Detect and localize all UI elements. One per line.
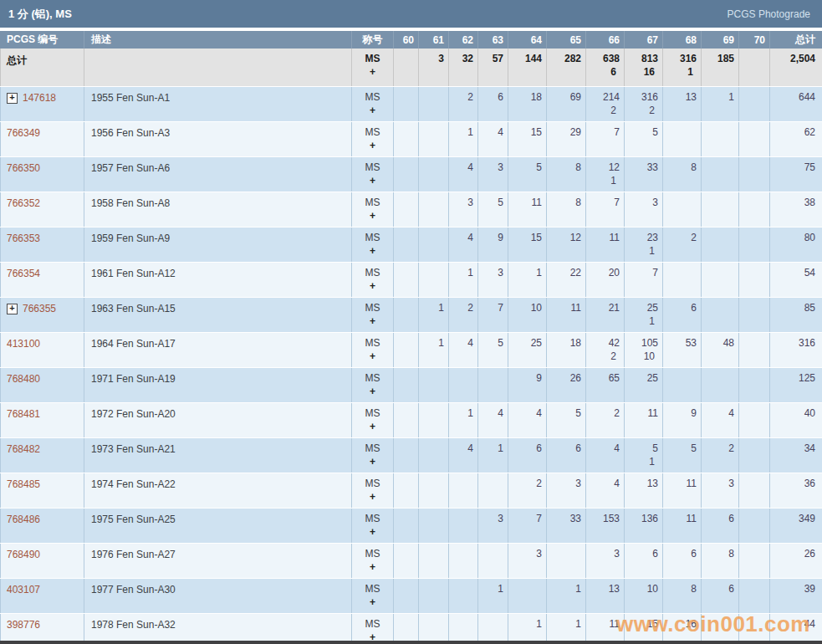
grade-count[interactable]: 10 [625, 583, 658, 595]
grade-count[interactable]: 25 [625, 372, 658, 384]
grade-count[interactable]: 4 [478, 407, 503, 419]
grade-count[interactable]: 1 [702, 91, 734, 103]
expand-icon[interactable]: + [7, 93, 18, 104]
grade-count[interactable]: 136 [625, 513, 658, 524]
grade-count[interactable]: 3 [702, 478, 734, 489]
grade-count[interactable]: 1 [508, 618, 542, 630]
grade-count[interactable]: 7 [625, 267, 658, 279]
grade-count[interactable]: 2 [702, 442, 734, 454]
pcgs-number-link[interactable]: 768480 [7, 373, 40, 385]
grade-count[interactable]: 3 [478, 513, 503, 524]
grade-count[interactable]: 2 [449, 91, 473, 103]
pcgs-number-link[interactable]: 766355 [23, 303, 56, 314]
grade-count[interactable]: 5 [478, 337, 503, 349]
grade-count[interactable]: 7 [586, 126, 620, 138]
grade-count[interactable]: 4 [449, 161, 473, 173]
grade-count[interactable]: 12 [586, 161, 620, 173]
grade-count[interactable]: 6 [547, 442, 581, 454]
grade-count[interactable]: 4 [449, 442, 473, 454]
plus-grade-count[interactable]: 1 [625, 456, 658, 468]
grade-count[interactable]: 8 [663, 583, 697, 595]
grade-count[interactable]: 2 [508, 478, 542, 489]
grade-count[interactable]: 3 [449, 197, 473, 208]
grade-count[interactable]: 8 [547, 197, 581, 208]
grade-count[interactable]: 69 [547, 91, 581, 103]
grade-count[interactable]: 4 [702, 407, 734, 419]
grade-count[interactable]: 15 [508, 232, 542, 243]
plus-grade-count[interactable]: 10 [625, 350, 658, 362]
grade-count[interactable]: 4 [478, 126, 503, 138]
grade-count[interactable]: 11 [586, 618, 620, 630]
grade-count[interactable]: 11 [663, 478, 697, 489]
plus-grade-count[interactable]: 1 [625, 245, 658, 257]
grade-count[interactable]: 7 [586, 197, 620, 208]
pcgs-number-link[interactable]: 766350 [7, 162, 40, 174]
pcgs-number-link[interactable]: 766353 [7, 233, 40, 244]
plus-grade-count[interactable]: 2 [625, 105, 658, 116]
pcgs-number-link[interactable]: 768490 [7, 549, 40, 560]
grade-count[interactable]: 4 [449, 337, 473, 349]
grade-count[interactable]: 3 [508, 548, 542, 560]
grade-count[interactable]: 16 [663, 618, 697, 630]
grade-count[interactable]: 1 [449, 407, 473, 419]
grade-count[interactable]: 26 [547, 372, 581, 384]
grade-count[interactable]: 6 [663, 302, 697, 314]
pcgs-number-link[interactable]: 766349 [7, 127, 40, 139]
grade-count[interactable]: 29 [547, 126, 581, 138]
grade-count[interactable]: 11 [625, 407, 658, 419]
pcgs-number-link[interactable]: 766352 [7, 197, 40, 209]
grade-count[interactable]: 1 [449, 267, 473, 279]
grade-count[interactable]: 1 [419, 302, 444, 314]
grade-count[interactable]: 3 [478, 161, 503, 173]
grade-count[interactable]: 4 [508, 407, 542, 419]
grade-count[interactable]: 23 [625, 232, 658, 243]
grade-count[interactable]: 5 [478, 197, 503, 208]
grade-count[interactable]: 5 [625, 126, 658, 138]
grade-count[interactable]: 5 [547, 407, 581, 419]
grade-count[interactable]: 9 [663, 407, 697, 419]
pcgs-number-link[interactable]: 768486 [7, 514, 40, 525]
grade-count[interactable]: 316 [625, 91, 658, 103]
pcgs-number-link[interactable]: 768485 [7, 478, 40, 490]
grade-count[interactable]: 4 [449, 232, 473, 243]
grade-count[interactable]: 214 [586, 91, 620, 103]
grade-count[interactable]: 9 [508, 372, 542, 384]
grade-count[interactable]: 4 [586, 442, 620, 454]
grade-count[interactable]: 10 [508, 302, 542, 314]
grade-count[interactable]: 3 [478, 267, 503, 279]
grade-count[interactable]: 8 [547, 161, 581, 173]
grade-count[interactable]: 48 [702, 337, 734, 349]
grade-count[interactable]: 11 [663, 513, 697, 524]
grade-count[interactable]: 20 [586, 267, 620, 279]
grade-count[interactable]: 11 [586, 232, 620, 243]
grade-count[interactable]: 2 [663, 232, 697, 243]
pcgs-number-link[interactable]: 766354 [7, 268, 40, 279]
plus-grade-count[interactable]: 2 [586, 105, 620, 116]
grade-count[interactable]: 1 [547, 618, 581, 630]
grade-count[interactable]: 13 [586, 583, 620, 595]
pcgs-number-link[interactable]: 413100 [7, 338, 40, 350]
grade-count[interactable]: 6 [702, 583, 734, 595]
grade-count[interactable]: 105 [625, 337, 658, 349]
grade-count[interactable]: 1 [478, 442, 503, 454]
grade-count[interactable]: 15 [625, 618, 658, 630]
grade-count[interactable]: 8 [702, 548, 734, 560]
expand-icon[interactable]: + [7, 304, 18, 314]
grade-count[interactable]: 9 [478, 232, 503, 243]
grade-count[interactable]: 2 [586, 407, 620, 419]
grade-count[interactable]: 6 [478, 91, 503, 103]
grade-count[interactable]: 3 [586, 548, 620, 560]
grade-count[interactable]: 33 [625, 161, 658, 173]
grade-count[interactable]: 25 [625, 302, 658, 314]
grade-count[interactable]: 3 [547, 478, 581, 489]
grade-count[interactable]: 1 [547, 583, 581, 595]
grade-count[interactable]: 53 [663, 337, 697, 349]
pcgs-number-link[interactable]: 768481 [7, 408, 40, 420]
grade-count[interactable]: 13 [663, 91, 697, 103]
grade-count[interactable]: 4 [586, 478, 620, 489]
grade-count[interactable]: 15 [508, 126, 542, 138]
plus-grade-count[interactable]: 1 [625, 315, 658, 327]
pcgs-number-link[interactable]: 398776 [7, 619, 40, 631]
grade-count[interactable]: 1 [508, 267, 542, 279]
grade-count[interactable]: 7 [478, 302, 503, 314]
